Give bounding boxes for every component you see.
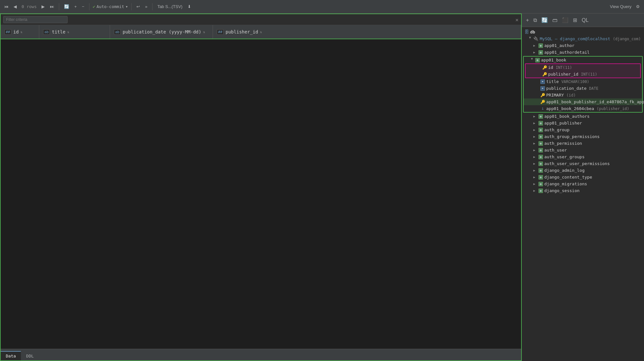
right-toolbar: + ⧉ 🔄 🗃 ⬛ ⊞ QL	[522, 14, 644, 27]
tree-item-django-migrations[interactable]: ▶ ⊞ django_migrations	[522, 181, 644, 187]
sort-icon-title: ⇅	[67, 30, 69, 34]
rt-copy-btn[interactable]: ⧉	[532, 16, 538, 24]
sort-icon-id: ⇅	[21, 30, 23, 34]
rt-filter-btn[interactable]: ⬛	[560, 16, 570, 24]
arrow-django-migrations: ▶	[533, 182, 537, 186]
idx-meta-primary: (id)	[566, 93, 576, 97]
tree-item-db[interactable]: 🗄 db	[522, 28, 644, 35]
col-icon-title: ≡	[540, 79, 545, 84]
tree-item-connection[interactable]: ▶ 🔌 MySQL – django_com@localhost (django…	[522, 35, 644, 42]
col-label-pubdate: publication_date (yyyy-MM-dd)	[123, 29, 201, 34]
col-header-publisherid[interactable]: ## publisher_id ⇅	[213, 25, 521, 39]
table-icon-auth-group-permissions: ⊞	[538, 134, 543, 139]
col-type-publisher-id: INT(11)	[581, 72, 597, 77]
settings-btn[interactable]: ⚙	[634, 3, 641, 10]
idx-label-2604: app01_book_2604cbea	[546, 106, 594, 111]
arrow-django-content-type: ▶	[533, 175, 537, 179]
schema-tree: 🗄 db ▶ 🔌 MySQL – django_com@localhost (d…	[522, 27, 644, 361]
table-label-auth-user-groups: auth_user_groups	[544, 154, 584, 159]
delete-row-btn[interactable]: −	[80, 3, 86, 10]
table-icon-app01-book-authors: ⊞	[538, 114, 543, 119]
table-icon-django-session: ⊞	[538, 189, 543, 193]
tree-item-col-pubdate[interactable]: ≡ publication_date DATE	[524, 85, 642, 92]
view-query-btn[interactable]: View Query	[608, 3, 633, 10]
last-row-btn[interactable]: ⏭	[48, 3, 56, 10]
tree-item-app01-book-authors[interactable]: ▶ ⊞ app01_book_authors	[522, 113, 644, 120]
tab-ddl[interactable]: DDL	[21, 351, 39, 360]
arrow-auth-group-permissions: ▶	[533, 135, 537, 138]
tree-item-idx-2604[interactable]: i app01_book_2604cbea (publisher_id)	[524, 105, 642, 112]
tree-item-auth-group[interactable]: ▶ ⊞ auth_group	[522, 126, 644, 133]
autocommit-label: Auto-commit	[97, 4, 124, 9]
next-row-btn[interactable]: ▶	[40, 3, 46, 10]
tree-item-col-publisher-id[interactable]: 🔑 publisher_id INT(11)	[526, 71, 640, 78]
close-icon[interactable]: ✕	[515, 16, 519, 23]
bottom-tabs: Data DDL	[1, 349, 521, 360]
arrow-django-session: ▶	[533, 189, 537, 192]
export-btn[interactable]: ⬇	[186, 3, 193, 10]
forward-btn[interactable]: »	[143, 3, 149, 10]
tree-item-auth-permission[interactable]: ▶ ⊞ auth_permission	[522, 140, 644, 147]
tree-item-django-content-type[interactable]: ▶ ⊞ django_content_type	[522, 174, 644, 181]
col-header-pubdate[interactable]: ab publication_date (yyyy-MM-dd) ⇅	[110, 25, 213, 39]
col-label-publisherid: publisher_id	[225, 29, 258, 34]
col-type-icon-id: ##	[5, 29, 11, 35]
tree-item-app01-publisher[interactable]: ▶ ⊞ app01_publisher	[522, 120, 644, 126]
rt-add-btn[interactable]: +	[524, 16, 530, 24]
col-header-id[interactable]: ## id ⇅	[1, 25, 39, 39]
tree-item-app01-book[interactable]: ▶ ⊞ app01_book	[524, 57, 642, 63]
prev-row-btn[interactable]: ◀	[12, 3, 18, 10]
toolbar-right: View Query ⚙	[608, 3, 641, 10]
col-icon-pubdate: ≡	[540, 86, 545, 91]
tree-item-col-id[interactable]: 🔑 id INT(11)	[526, 64, 640, 71]
tree-item-auth-user-groups[interactable]: ▶ ⊞ auth_user_groups	[522, 153, 644, 160]
rt-schema-btn[interactable]: 🗃	[551, 16, 559, 24]
conn-label: MySQL – django_com@localhost	[540, 36, 610, 41]
tree-item-idx-fk[interactable]: 🔑 app01_book_publisher_id_e407867a_fk_ap…	[524, 98, 642, 105]
table-label-app01-publisher: app01_publisher	[544, 121, 582, 125]
tree-item-app01-author[interactable]: ▶ ⊞ app01_author	[522, 42, 644, 49]
table-label-django-migrations: django_migrations	[544, 181, 587, 186]
divider-4	[152, 3, 152, 10]
tree-item-django-admin-log[interactable]: ▶ ⊞ django_admin_log	[522, 167, 644, 174]
tree-item-idx-primary[interactable]: 🔑 PRIMARY (id)	[524, 92, 642, 98]
tree-item-app01-authordetail[interactable]: ▶ ⊞ app01_authordetail	[522, 49, 644, 56]
data-panel: ✕ ## id ⇅ ab title ⇅ ab publication_date…	[0, 14, 522, 361]
col-label-title: title	[546, 79, 559, 84]
divider-3	[131, 3, 132, 10]
tab-tsv-btn[interactable]: Tab S...(TSV)	[156, 3, 184, 10]
undo-btn[interactable]: ↩	[135, 3, 142, 10]
idx-meta-2604: (publisher_id)	[597, 106, 629, 111]
col-type-pubdate: DATE	[589, 86, 598, 91]
tree-item-django-session[interactable]: ▶ ⊞ django_session	[522, 187, 644, 194]
tree-item-auth-user-user-permissions[interactable]: ▶ ⊞ auth_user_user_permissions	[522, 160, 644, 167]
tree-item-col-title[interactable]: ≡ title VARCHAR(100)	[524, 78, 642, 85]
arrow-auth-user-groups: ▶	[533, 155, 537, 159]
tree-item-auth-group-permissions[interactable]: ▶ ⊞ auth_group_permissions	[522, 133, 644, 140]
chevron-down-icon: ▾	[125, 4, 128, 9]
table-icon-django-migrations: ⊞	[538, 182, 543, 186]
autocommit-toggle[interactable]: ✔ Auto-commit ▾	[93, 4, 128, 9]
rt-sql-btn[interactable]: QL	[580, 16, 590, 24]
table-label-auth-group: auth_group	[544, 127, 569, 132]
refresh-btn[interactable]: 🔄	[62, 3, 71, 10]
main-toolbar: ⏮ ◀ 0 rows ▶ ⏭ 🔄 + − ✔ Auto-commit ▾ ↩ »…	[0, 0, 644, 14]
key-fk-icon-fk: 🔑	[540, 100, 545, 104]
tree-item-auth-user[interactable]: ▶ ⊞ auth_user	[522, 147, 644, 153]
col-type-id: INT(11)	[556, 65, 572, 70]
table-icon-auth-user-groups: ⊞	[538, 155, 543, 159]
table-icon-auth-user: ⊞	[538, 148, 543, 153]
table-icon-app01-author: ⊞	[538, 43, 543, 48]
rt-table-btn[interactable]: ⊞	[571, 16, 579, 24]
table-label-app01-book-authors: app01_book_authors	[544, 114, 590, 119]
arrow-app01-publisher: ▶	[533, 121, 537, 125]
add-row-btn[interactable]: +	[73, 3, 78, 10]
tab-data[interactable]: Data	[1, 351, 21, 360]
rt-refresh-btn[interactable]: 🔄	[540, 16, 549, 24]
first-row-btn[interactable]: ⏮	[3, 3, 10, 10]
app01-book-group: ▶ ⊞ app01_book 🔑 id INT(11) 🔑 publisher_…	[523, 56, 643, 113]
filter-input[interactable]	[3, 16, 68, 23]
table-icon-auth-user-user-permissions: ⊞	[538, 162, 543, 166]
col-header-title[interactable]: ab title ⇅	[39, 25, 110, 39]
data-area	[1, 39, 521, 349]
